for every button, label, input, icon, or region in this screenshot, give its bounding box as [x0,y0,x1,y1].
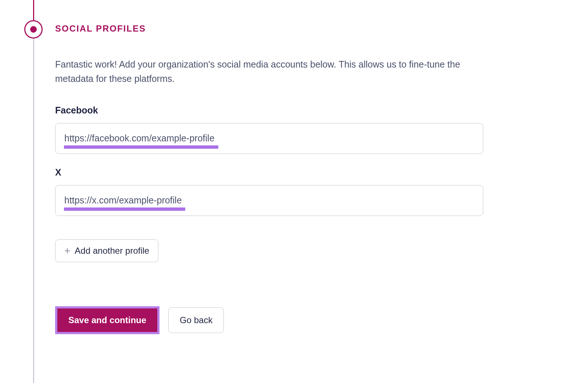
section-title: SOCIAL PROFILES [55,24,533,34]
x-label: X [55,167,533,178]
facebook-input-wrapper [55,123,483,154]
button-row: Save and continue Go back [55,306,533,334]
content-area: SOCIAL PROFILES Fantastic work! Add your… [55,24,533,334]
timeline-line [33,0,34,383]
step-marker-dot [30,26,37,33]
step-marker [24,20,43,39]
go-back-button[interactable]: Go back [168,307,224,333]
add-another-profile-button[interactable]: + Add another profile [55,239,158,262]
facebook-highlight-underline [64,145,218,149]
facebook-input[interactable] [55,123,483,154]
save-and-continue-button[interactable]: Save and continue [57,308,157,332]
add-profile-label: Add another profile [75,246,149,256]
x-field-group: X [55,167,533,216]
section-description: Fantastic work! Add your organization's … [55,57,463,86]
timeline-line-active [33,0,34,20]
x-input[interactable] [55,185,483,216]
facebook-field-group: Facebook [55,105,533,154]
plus-icon: + [64,246,70,256]
x-highlight-underline [64,207,185,211]
x-input-wrapper [55,185,483,216]
save-button-highlight: Save and continue [55,306,159,334]
facebook-label: Facebook [55,105,533,116]
